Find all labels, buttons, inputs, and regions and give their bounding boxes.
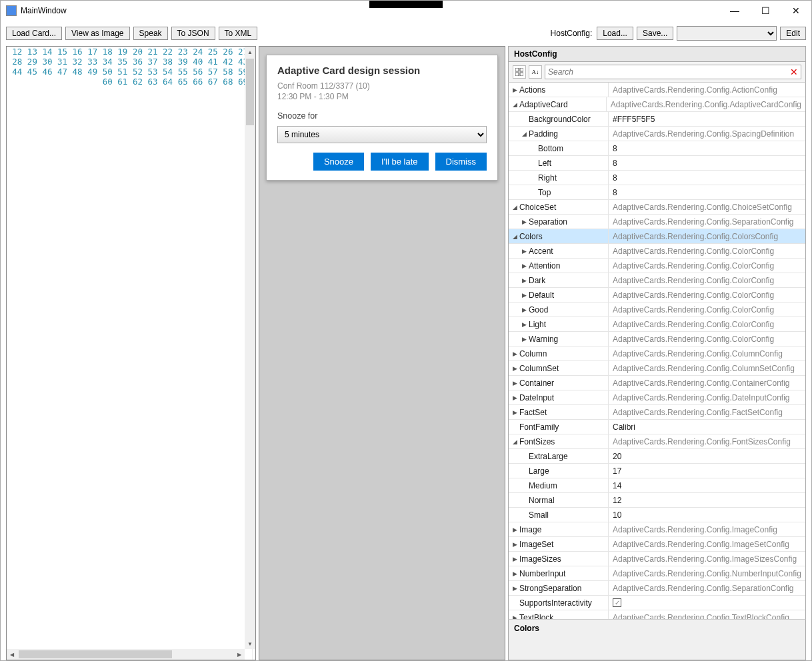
property-value[interactable]: AdaptiveCards.Rendering.Config.Separatio… [609,581,805,595]
speak-button[interactable]: Speak [133,27,168,40]
property-row[interactable]: ▶DarkAdaptiveCards.Rendering.Config.Colo… [509,273,805,288]
property-row[interactable]: Right8 [509,171,805,185]
property-row[interactable]: ▶ContainerAdaptiveCards.Rendering.Config… [509,376,805,390]
property-row[interactable]: ◢ColorsAdaptiveCards.Rendering.Config.Co… [509,229,805,244]
property-row[interactable]: ▶NumberInputAdaptiveCards.Rendering.Conf… [509,566,805,581]
expand-icon[interactable]: ▶ [521,307,527,313]
property-row[interactable]: Left8 [509,156,805,171]
property-row[interactable]: ◢AdaptiveCardAdaptiveCards.Rendering.Con… [509,97,805,112]
expand-icon[interactable]: ▶ [521,292,527,299]
property-row[interactable]: Small10 [509,508,805,522]
expand-icon[interactable]: ▶ [511,585,518,592]
editor-horizontal-scrollbar[interactable]: ◀ ▶ [7,649,245,660]
property-value[interactable]: AdaptiveCards.Rendering.Config.ColorConf… [609,317,805,331]
property-value[interactable]: 14 [609,478,805,492]
property-value[interactable]: AdaptiveCards.Rendering.Config.TextBlock… [609,610,805,619]
property-value[interactable]: AdaptiveCards.Rendering.Config.ImageSetC… [609,537,805,551]
property-row[interactable]: ▶AttentionAdaptiveCards.Rendering.Config… [509,259,805,273]
property-value[interactable]: AdaptiveCards.Rendering.Config.ColumnSet… [609,361,805,375]
to-json-button[interactable]: To JSON [171,27,215,40]
late-button[interactable]: I'll be late [371,153,429,171]
collapse-icon[interactable]: ◢ [511,101,518,108]
expand-icon[interactable]: ▶ [511,541,518,548]
property-value[interactable]: 20 [609,449,805,463]
property-row[interactable]: Large17 [509,464,805,478]
hostconfig-load-button[interactable]: Load... [597,27,633,40]
property-row[interactable]: ExtraLarge20 [509,449,805,464]
property-value[interactable]: AdaptiveCards.Rendering.Config.ChoiceSet… [609,200,805,214]
property-value[interactable]: AdaptiveCards.Rendering.Config.ImageSize… [609,552,805,566]
property-value[interactable]: 17 [609,464,805,478]
checkbox[interactable]: ✓ [613,598,621,607]
load-card-button[interactable]: Load Card... [6,27,62,40]
property-value[interactable]: ✓ [609,596,805,610]
property-value[interactable]: AdaptiveCards.Rendering.Config.AdaptiveC… [607,97,805,111]
expand-icon[interactable]: ▶ [511,394,518,401]
property-row[interactable]: FontFamilyCalibri [509,420,805,434]
expand-icon[interactable]: ▶ [511,570,518,577]
expand-icon[interactable]: ▶ [511,365,518,372]
scroll-right-arrow-icon[interactable]: ▶ [234,649,245,660]
minimize-button[interactable]: — [719,1,750,21]
expand-icon[interactable]: ▶ [511,614,518,620]
property-row[interactable]: ▶TextBlockAdaptiveCards.Rendering.Config… [509,610,805,619]
property-row[interactable]: ▶SeparationAdaptiveCards.Rendering.Confi… [509,215,805,229]
property-value[interactable]: AdaptiveCards.Rendering.Config.Container… [609,376,805,390]
property-value[interactable]: 8 [609,171,805,185]
to-xml-button[interactable]: To XML [219,27,258,40]
expand-icon[interactable]: ▶ [511,409,518,416]
categorized-view-button[interactable] [513,65,526,79]
property-row[interactable]: ▶AccentAdaptiveCards.Rendering.Config.Co… [509,244,805,259]
property-search[interactable]: ✕ [545,65,801,79]
collapse-icon[interactable]: ◢ [511,204,518,211]
property-value[interactable]: AdaptiveCards.Rendering.Config.Separatio… [609,215,805,229]
property-row[interactable]: BackgroundColor#FFF5F5F5 [509,112,805,127]
scroll-up-arrow-icon[interactable]: ▲ [245,47,255,57]
property-row[interactable]: ▶WarningAdaptiveCards.Rendering.Config.C… [509,332,805,346]
property-value[interactable]: Calibri [609,420,805,434]
hostconfig-save-button[interactable]: Save... [637,27,673,40]
property-value[interactable]: AdaptiveCards.Rendering.Config.SpacingDe… [609,127,805,141]
collapse-icon[interactable]: ◢ [511,438,518,445]
property-row[interactable]: Normal12 [509,493,805,508]
property-row[interactable]: Medium14 [509,478,805,493]
expand-icon[interactable]: ▶ [511,87,518,93]
property-row[interactable]: ▶FactSetAdaptiveCards.Rendering.Config.F… [509,405,805,420]
editor-vertical-scrollbar[interactable]: ▲ ▼ [245,47,255,649]
property-value[interactable]: AdaptiveCards.Rendering.Config.FontSizes… [609,434,805,448]
scroll-left-arrow-icon[interactable]: ◀ [7,649,17,660]
property-value[interactable]: AdaptiveCards.Rendering.Config.NumberInp… [609,566,805,580]
property-value[interactable]: AdaptiveCards.Rendering.Config.ColumnCon… [609,346,805,360]
collapse-icon[interactable]: ◢ [511,233,518,240]
property-row[interactable]: ▶StrongSeparationAdaptiveCards.Rendering… [509,581,805,596]
property-row[interactable]: ▶ImageSetAdaptiveCards.Rendering.Config.… [509,537,805,552]
property-row[interactable]: ▶GoodAdaptiveCards.Rendering.Config.Colo… [509,303,805,317]
hostconfig-combo[interactable] [677,26,777,41]
property-grid[interactable]: ▶ActionsAdaptiveCards.Rendering.Config.A… [508,83,806,619]
view-as-image-button[interactable]: View as Image [65,27,130,40]
scroll-down-arrow-icon[interactable]: ▼ [245,638,255,649]
property-value[interactable]: AdaptiveCards.Rendering.Config.DateInput… [609,390,805,404]
property-row[interactable]: ▶ColumnSetAdaptiveCards.Rendering.Config… [509,361,805,376]
expand-icon[interactable]: ▶ [511,350,518,357]
expand-icon[interactable]: ▶ [511,556,518,562]
expand-icon[interactable]: ▶ [521,263,527,269]
property-row[interactable]: ◢ChoiceSetAdaptiveCards.Rendering.Config… [509,200,805,215]
property-value[interactable]: 10 [609,508,805,522]
property-value[interactable]: 12 [609,493,805,507]
expand-icon[interactable]: ▶ [521,336,527,342]
maximize-button[interactable]: ☐ [750,1,781,21]
property-search-input[interactable] [548,67,790,77]
property-row[interactable]: ◢FontSizesAdaptiveCards.Rendering.Config… [509,434,805,449]
property-value[interactable]: AdaptiveCards.Rendering.Config.ActionCon… [609,83,805,97]
hostconfig-edit-button[interactable]: Edit [780,27,806,40]
property-row[interactable]: Bottom8 [509,141,805,156]
property-value[interactable]: AdaptiveCards.Rendering.Config.ColorConf… [609,244,805,258]
property-value[interactable]: #FFF5F5F5 [609,112,805,126]
code-editor[interactable]: 12 13 14 15 16 17 18 19 20 21 22 23 24 2… [6,46,256,660]
property-value[interactable]: 8 [609,141,805,155]
property-value[interactable]: AdaptiveCards.Rendering.Config.ColorConf… [609,303,805,317]
property-value[interactable]: AdaptiveCards.Rendering.Config.ImageConf… [609,522,805,536]
property-row[interactable]: ▶LightAdaptiveCards.Rendering.Config.Col… [509,317,805,332]
property-value[interactable]: AdaptiveCards.Rendering.Config.FactSetCo… [609,405,805,419]
